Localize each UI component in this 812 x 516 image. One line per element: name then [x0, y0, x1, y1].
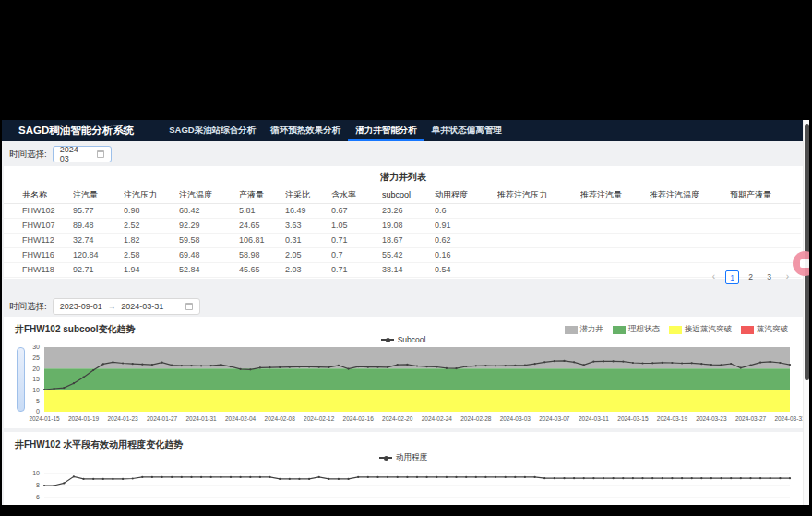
table-header-cell: 井名称 [4, 187, 73, 203]
table-row[interactable]: FHW10295.770.9868.425.8116.490.6723.260.… [4, 203, 801, 218]
table-header-cell: 推荐注汽压力 [497, 187, 580, 203]
table-row[interactable]: FHW10789.482.5292.2924.653.631.0519.080.… [4, 218, 801, 233]
svg-text:5: 5 [36, 398, 40, 404]
band-legend-swatch [613, 326, 626, 334]
table-row[interactable]: FHW116120.842.5869.4858.982.050.755.420.… [4, 247, 801, 262]
range-filter-row: 时间选择: 2023-09-01 → 2024-03-31 [9, 298, 200, 315]
band-legend-label: 蒸汽突破 [757, 324, 788, 335]
table-cell: FHW116 [4, 247, 73, 262]
band-legend-item-2: 接近蒸汽突破 [669, 324, 732, 335]
page-next-button[interactable]: › [781, 270, 794, 284]
month-picker-input[interactable]: 2024-03 [53, 146, 112, 162]
table-cell: 19.08 [382, 218, 435, 233]
nav-item-1[interactable]: 循环预热效果分析 [263, 120, 348, 141]
table-body: FHW10295.770.9868.425.8116.490.6723.260.… [4, 203, 801, 277]
table-cell [580, 218, 650, 233]
table-cell [730, 218, 801, 233]
table-cell: 0.71 [331, 233, 382, 247]
table-cell: 1.82 [124, 233, 179, 247]
utilization-series-legend[interactable]: 动用程度 [4, 452, 803, 463]
table-cell: 2.05 [285, 247, 331, 262]
subcool-series-legend[interactable]: Subcool [4, 335, 803, 344]
table-row[interactable]: FHW11232.741.8259.58106.810.310.7118.670… [4, 233, 801, 247]
svg-text:15: 15 [32, 376, 40, 382]
table-cell: 92.71 [73, 262, 124, 277]
table-cell: FHW102 [4, 203, 73, 218]
table-cell: 0.91 [435, 218, 497, 233]
table-cell: 0.98 [124, 203, 179, 218]
svg-text:2024-02-04: 2024-02-04 [225, 415, 257, 422]
table-cell: 2.03 [285, 262, 331, 277]
nav-item-0[interactable]: SAGD采油站综合分析 [161, 120, 263, 141]
svg-text:0: 0 [36, 408, 40, 414]
table-cell [650, 218, 730, 233]
table-cell: 69.48 [179, 247, 239, 262]
svg-text:2024-03-23: 2024-03-23 [696, 415, 727, 422]
vertical-scrollbar [803, 120, 809, 505]
page-button-3[interactable]: 3 [762, 270, 776, 284]
table-cell: 2.52 [124, 218, 179, 233]
nav-item-3[interactable]: 单井状态偏离管理 [424, 120, 509, 141]
table-cell: 1.94 [124, 262, 179, 277]
band-legend-item-1: 理想状态 [613, 324, 660, 335]
band-legend-swatch [565, 326, 578, 334]
table-cell: 0.6 [435, 203, 497, 218]
svg-text:2024-03-03: 2024-03-03 [500, 415, 531, 422]
table-cell: 23.26 [382, 203, 435, 218]
svg-text:30: 30 [32, 345, 40, 350]
utilization-chart-card: 井FHW102 水平段有效动用程度变化趋势 动用程度 10864 [4, 432, 803, 505]
table-header-cell: 注汽压力 [124, 187, 179, 203]
svg-text:2024-02-24: 2024-02-24 [422, 415, 453, 422]
line-marker-icon [381, 339, 394, 341]
utilization-legend-label: 动用程度 [396, 452, 427, 463]
svg-text:2024-02-20: 2024-02-20 [382, 415, 413, 422]
table-cell: 16.49 [285, 203, 331, 218]
table-header-cell: 含水率 [331, 187, 382, 203]
table-cell [650, 247, 730, 262]
page-button-1[interactable]: 1 [725, 270, 739, 284]
utilization-chart[interactable]: 10864 [4, 464, 803, 505]
range-end-value: 2024-03-31 [121, 302, 163, 311]
page-prev-button[interactable]: ‹ [707, 270, 721, 284]
svg-text:2024-02-16: 2024-02-16 [343, 415, 375, 422]
subcool-chart[interactable]: 0510152025302024-01-152024-01-192024-01-… [4, 345, 803, 426]
table-cell [730, 203, 801, 218]
table-cell: 106.81 [239, 233, 285, 247]
svg-text:2024-03-07: 2024-03-07 [539, 415, 570, 422]
datazoom-slider[interactable] [17, 347, 25, 412]
date-range-picker[interactable]: 2023-09-01 → 2024-03-31 [53, 298, 200, 315]
table-header-cell: 注汽温度 [179, 187, 239, 203]
svg-text:2024-02-28: 2024-02-28 [460, 415, 492, 422]
table-cell: 89.48 [73, 218, 124, 233]
svg-text:2024-01-27: 2024-01-27 [147, 415, 178, 422]
range-start-value: 2023-09-01 [60, 302, 102, 311]
table-cell: 0.7 [331, 247, 382, 262]
svg-text:2024-02-08: 2024-02-08 [265, 415, 296, 422]
band-legend-label: 理想状态 [628, 324, 660, 335]
nav-item-2[interactable]: 潜力井智能分析 [348, 120, 424, 141]
month-filter-row: 时间选择: 2024-03 [9, 146, 112, 162]
svg-text:2024-03-27: 2024-03-27 [735, 415, 767, 422]
subcool-chart-card: 井FHW102 subcool变化趋势 潜力井理想状态接近蒸汽突破蒸汽突破 Su… [4, 317, 803, 428]
svg-text:2024-01-31: 2024-01-31 [185, 415, 217, 422]
potential-wells-table: 井名称注汽量注汽压力注汽温度产液量注采比含水率subcool动用程度推荐注汽压力… [4, 187, 801, 278]
table-cell [580, 233, 650, 247]
table-cell [730, 247, 801, 262]
band-legend: 潜力井理想状态接近蒸汽突破蒸汽突破 [565, 324, 789, 335]
svg-text:10: 10 [32, 387, 40, 393]
table-header-cell: subcool [382, 187, 435, 203]
table-header-cell: 预期产液量 [730, 187, 801, 203]
table-cell [580, 262, 650, 277]
table-row[interactable]: FHW11892.711.9452.8445.652.030.7138.140.… [4, 262, 801, 277]
table-header-cell: 注采比 [285, 187, 331, 203]
assistant-icon [800, 259, 809, 268]
page-button-2[interactable]: 2 [744, 270, 758, 284]
table-cell: 5.81 [239, 203, 285, 218]
svg-text:25: 25 [32, 354, 40, 361]
svg-text:10: 10 [32, 470, 40, 476]
table-cell: 58.98 [239, 247, 285, 262]
table-cell: FHW107 [4, 218, 73, 233]
table-cell: 92.29 [179, 218, 239, 233]
table-cell: 0.16 [435, 247, 497, 262]
table-cell: 18.67 [382, 233, 435, 247]
